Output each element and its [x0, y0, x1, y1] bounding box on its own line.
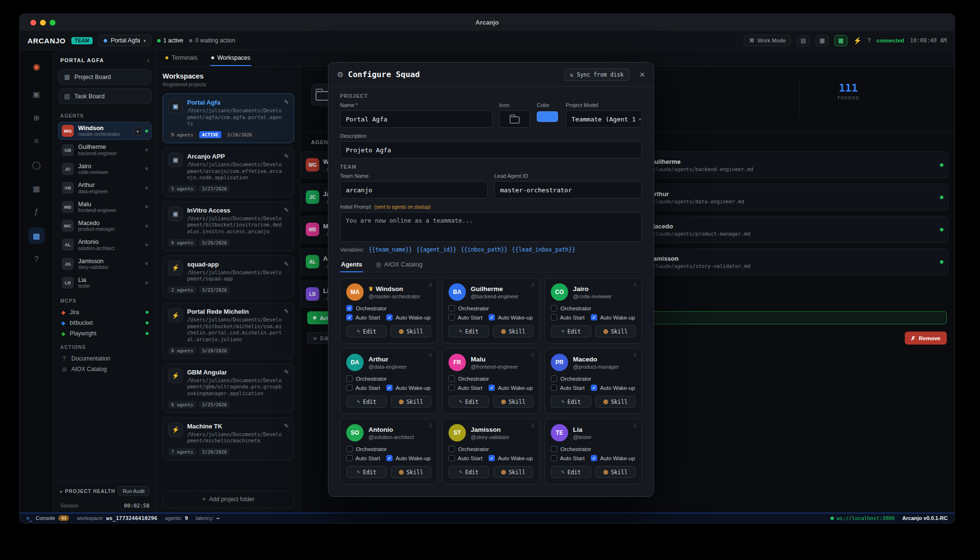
board-button[interactable]: ▦ Project Board: [58, 69, 151, 85]
orchestrator-checkbox[interactable]: [449, 446, 455, 452]
board-button[interactable]: ▤ Task Board: [58, 88, 151, 104]
modal-tab[interactable]: ◎ AIOX Catalog: [375, 257, 423, 272]
sync-from-disk-button[interactable]: ↻ Sync from disk: [564, 68, 629, 81]
skill-button[interactable]: Skill: [493, 396, 533, 408]
auto-start-checkbox[interactable]: [346, 314, 353, 320]
name-input[interactable]: [340, 110, 492, 128]
workspace-tab[interactable]: Terminals: [164, 51, 199, 66]
auto-wakeup-checkbox[interactable]: [591, 385, 597, 391]
drag-handle-icon[interactable]: ⠿: [531, 423, 534, 428]
work-mode-button[interactable]: ⌘ Work Mode: [744, 35, 791, 46]
edit-agent-button[interactable]: ✎ Edit: [449, 396, 489, 408]
edit-project-icon[interactable]: ✎: [284, 261, 289, 267]
drag-handle-icon[interactable]: ⠿: [531, 282, 534, 288]
remove-button[interactable]: ✗ Remove: [905, 332, 947, 345]
auto-wakeup-checkbox[interactable]: [386, 455, 393, 461]
icon-input[interactable]: [499, 110, 530, 128]
auto-wakeup-checkbox[interactable]: [489, 314, 495, 320]
rail-icon-button[interactable]: ƒ: [28, 204, 45, 220]
auto-start-checkbox[interactable]: [551, 385, 557, 391]
sidebar-agent-item[interactable]: MB Malu frontend-engineer ▸: [58, 198, 151, 216]
workspace-project-item[interactable]: ⚡ squad-app /Users/juliano/Documents/Dev…: [163, 255, 294, 298]
project-model-select[interactable]: Teammate (Agent 1 ▾: [566, 110, 642, 128]
header-icon-button[interactable]: ▤: [797, 35, 810, 46]
auto-wakeup-checkbox[interactable]: [591, 455, 597, 461]
skill-button[interactable]: Skill: [391, 466, 431, 478]
project-selector[interactable]: Portal Agfa ▾: [98, 35, 151, 46]
drag-handle-icon[interactable]: ⠿: [429, 423, 432, 428]
agent-file-card[interactable]: AB Arthur .claude/agents/data-engineer.m…: [627, 184, 949, 211]
agent-file-card[interactable]: GB Guilherme .claude/agents/backend-engi…: [627, 151, 949, 178]
sidebar-agent-item[interactable]: GB Guilherme backend-engineer ▸: [58, 141, 151, 159]
sidebar-agent-item[interactable]: AB Arthur data-engineer ▸: [58, 179, 151, 197]
rail-icon-button[interactable]: ◉: [28, 58, 45, 75]
auto-start-checkbox[interactable]: [551, 455, 557, 461]
orchestrator-checkbox[interactable]: [346, 375, 353, 382]
close-window-button[interactable]: [30, 20, 36, 26]
mcp-item[interactable]: ◆ Playwright: [58, 328, 151, 339]
mcp-item[interactable]: ◆ bitbucket: [58, 318, 151, 328]
drag-handle-icon[interactable]: ⠿: [429, 282, 432, 288]
agent-action-icon[interactable]: ▸: [134, 127, 142, 135]
collapse-sidebar-icon[interactable]: ‹: [147, 56, 150, 64]
rail-icon-button[interactable]: ▦: [28, 180, 45, 197]
edit-agent-button[interactable]: ✎ Edit: [449, 325, 489, 337]
skill-button[interactable]: Skill: [595, 466, 636, 478]
sidebar-agent-item[interactable]: MC Macedo product-manager ▸: [58, 217, 151, 235]
workspace-project-item[interactable]: ⚡ GBM Angular /Users/juliano/Documents/D…: [163, 363, 294, 413]
edit-project-icon[interactable]: ✎: [284, 207, 289, 213]
auto-wakeup-checkbox[interactable]: [386, 314, 393, 320]
add-project-folder-button[interactable]: + Add project folder: [163, 491, 294, 508]
rail-icon-button[interactable]: ▩: [28, 227, 45, 244]
edit-project-icon[interactable]: ✎: [284, 423, 289, 429]
auto-start-checkbox[interactable]: [551, 314, 557, 320]
orchestrator-checkbox[interactable]: [551, 375, 557, 382]
sidebar-agent-item[interactable]: WG Windson master-orchestrator ▸: [58, 122, 151, 140]
workspace-project-item[interactable]: ▣ Portal Agfa /Users/juliano/Documents/D…: [163, 93, 294, 143]
rail-icon-button[interactable]: ?: [28, 251, 45, 267]
workspace-project-item[interactable]: ▣ InVitro Access /Users/juliano/Document…: [163, 201, 294, 251]
edit-agent-button[interactable]: ✎ Edit: [346, 396, 387, 408]
sidebar-agent-item[interactable]: LB Lia tester ▸: [58, 274, 151, 292]
workspace-project-item[interactable]: ▣ Arcanjo APP /Users/juliano/Documents/D…: [163, 147, 294, 197]
console-toggle[interactable]: >_ Console 93: [27, 515, 69, 521]
orchestrator-checkbox[interactable]: [346, 305, 353, 311]
minimize-window-button[interactable]: [40, 20, 46, 26]
drag-handle-icon[interactable]: ⠿: [633, 423, 637, 428]
run-audit-button[interactable]: Run Audit: [118, 486, 150, 496]
edit-agent-button[interactable]: ✎ Edit: [346, 466, 387, 478]
orchestrator-checkbox[interactable]: [551, 305, 557, 311]
close-modal-icon[interactable]: ×: [640, 69, 645, 80]
edit-project-icon[interactable]: ✎: [284, 153, 289, 160]
workspace-tab[interactable]: Workspaces: [210, 51, 252, 66]
team-name-input[interactable]: [340, 181, 488, 199]
action-item[interactable]: ? Documentation: [58, 353, 151, 364]
orchestrator-checkbox[interactable]: [449, 375, 455, 382]
initial-prompt-textarea[interactable]: You are now online as a teammate...: [340, 212, 642, 242]
skill-button[interactable]: Skill: [595, 325, 636, 337]
drag-handle-icon[interactable]: ⠿: [633, 353, 637, 358]
orchestrator-checkbox[interactable]: [551, 446, 557, 452]
auto-wakeup-checkbox[interactable]: [386, 385, 393, 391]
bolt-icon[interactable]: ⚡: [853, 37, 861, 44]
rail-icon-button[interactable]: ≡: [28, 133, 45, 149]
help-icon[interactable]: ?: [868, 37, 871, 44]
action-item[interactable]: ◎ AIOX Catalog: [58, 364, 151, 374]
header-icon-button[interactable]: ▦: [816, 35, 829, 46]
description-input[interactable]: [340, 141, 642, 159]
skill-button[interactable]: Skill: [493, 325, 533, 337]
edit-project-icon[interactable]: ✎: [284, 99, 289, 106]
workspace-project-item[interactable]: ⚡ Portal Rede Michelin /Users/juliano/Do…: [163, 303, 294, 359]
lead-agent-input[interactable]: [494, 181, 642, 199]
rail-icon-button[interactable]: ◯: [28, 157, 45, 173]
edit-project-icon[interactable]: ✎: [284, 308, 289, 315]
auto-start-checkbox[interactable]: [449, 455, 455, 461]
edit-agent-button[interactable]: ✎ Edit: [346, 325, 387, 337]
sidebar-agent-item[interactable]: JG Jamisson story-validator ▸: [58, 255, 151, 273]
edit-agent-button[interactable]: ✎ Edit: [449, 466, 489, 478]
zoom-window-button[interactable]: [50, 20, 55, 26]
edit-agent-button[interactable]: ✎ Edit: [551, 466, 591, 478]
edit-agent-button[interactable]: ✎ Edit: [551, 325, 591, 337]
skill-button[interactable]: Skill: [493, 466, 533, 478]
edit-project-icon[interactable]: ✎: [284, 369, 289, 375]
